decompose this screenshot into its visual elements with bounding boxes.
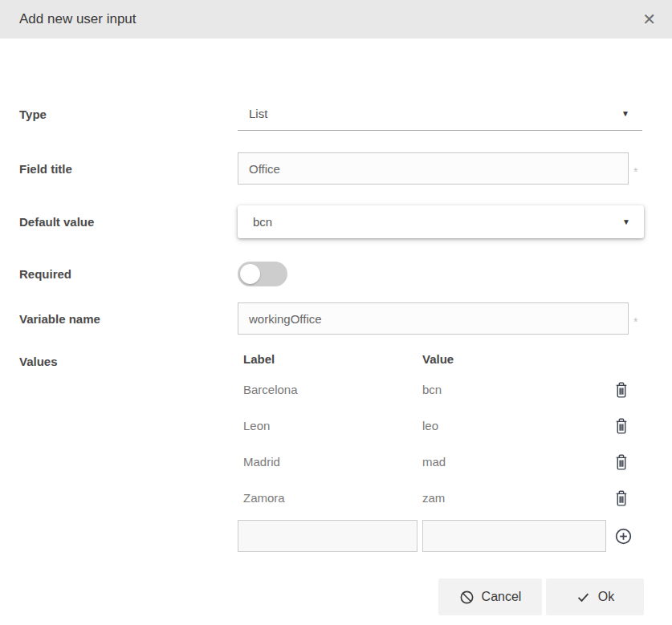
plus-circle-icon[interactable] xyxy=(614,527,633,546)
table-row: Leon leo xyxy=(238,408,644,444)
ok-button-label: Ok xyxy=(598,590,614,604)
label-column-header: Label xyxy=(238,352,422,366)
default-value-select-value: bcn xyxy=(253,215,272,229)
default-value-select[interactable]: bcn ▼ xyxy=(238,205,644,238)
type-row: Type List ▼ xyxy=(19,97,672,131)
row-label-cell: Barcelona xyxy=(238,383,422,396)
table-row: Madrid mad xyxy=(238,444,644,480)
dialog-form: Type List ▼ Field title * Default value … xyxy=(0,97,672,615)
type-select[interactable]: List ▼ xyxy=(238,97,642,131)
type-label: Type xyxy=(19,108,238,121)
ban-icon xyxy=(459,590,474,605)
row-label-cell: Zamora xyxy=(238,491,422,505)
add-user-input-dialog: Add new user input ✕ Type List ▼ Field t… xyxy=(0,0,672,625)
close-icon[interactable]: ✕ xyxy=(642,11,656,27)
default-value-row: Default value bcn ▼ xyxy=(19,205,672,238)
field-title-row: Field title * xyxy=(19,152,672,185)
required-row: Required xyxy=(19,262,672,286)
values-table-header: Label Value xyxy=(238,352,644,371)
required-marker: * xyxy=(633,159,637,178)
cancel-button[interactable]: Cancel xyxy=(438,578,542,615)
row-value-cell: bcn xyxy=(422,383,605,396)
variable-name-input[interactable] xyxy=(238,302,629,335)
dialog-footer: Cancel Ok xyxy=(19,578,672,615)
new-label-input[interactable] xyxy=(238,520,417,552)
row-value-cell: mad xyxy=(422,455,605,469)
table-row: Barcelona bcn xyxy=(238,371,644,408)
required-marker: * xyxy=(633,309,637,328)
row-value-cell: leo xyxy=(422,419,605,432)
dialog-header: Add new user input ✕ xyxy=(0,0,672,39)
variable-name-row: Variable name * xyxy=(19,302,672,335)
ok-button[interactable]: Ok xyxy=(546,578,644,615)
trash-icon[interactable] xyxy=(613,489,629,507)
caret-down-icon: ▼ xyxy=(621,110,629,118)
new-value-row xyxy=(238,520,644,552)
check-icon xyxy=(576,590,591,605)
required-label: Required xyxy=(19,267,238,281)
values-table: Label Value Barcelona bcn xyxy=(238,352,644,552)
type-select-value: List xyxy=(249,107,267,120)
field-title-label: Field title xyxy=(19,162,238,176)
cancel-button-label: Cancel xyxy=(482,590,522,604)
trash-icon[interactable] xyxy=(613,453,629,471)
row-value-cell: zam xyxy=(422,491,605,505)
row-label-cell: Madrid xyxy=(238,455,422,469)
field-title-input[interactable] xyxy=(238,152,629,185)
dialog-title: Add new user input xyxy=(19,11,136,27)
values-row: Values Label Value Barcelona bcn xyxy=(19,352,672,552)
row-label-cell: Leon xyxy=(238,419,422,432)
value-column-header: Value xyxy=(422,352,605,366)
variable-name-label: Variable name xyxy=(19,312,238,326)
values-label: Values xyxy=(19,352,238,552)
default-value-label: Default value xyxy=(19,215,238,229)
caret-down-icon: ▼ xyxy=(622,218,630,226)
trash-icon[interactable] xyxy=(613,417,629,435)
toggle-knob xyxy=(240,264,260,284)
required-toggle[interactable] xyxy=(238,262,287,286)
trash-icon[interactable] xyxy=(613,381,629,399)
table-row: Zamora zam xyxy=(238,480,644,516)
new-value-input[interactable] xyxy=(422,520,606,552)
